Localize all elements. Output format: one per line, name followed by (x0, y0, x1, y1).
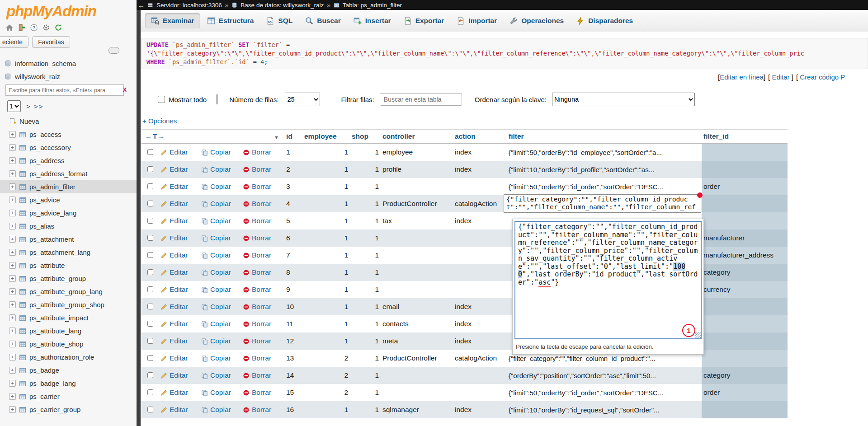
expand-icon[interactable]: + (9, 406, 16, 413)
nav-collapse-toggle[interactable] (108, 47, 119, 54)
row-copy-link[interactable]: Copiar (210, 303, 231, 310)
expand-icon[interactable]: + (9, 380, 16, 387)
sidebar-table-ps_attachment_lang[interactable]: +ps_attachment_lang (0, 246, 137, 259)
expand-icon[interactable]: + (9, 131, 16, 138)
cell-filter[interactable]: {"limit":10,"orderBy":"id_profile","sort… (507, 161, 702, 178)
sidebar-table-ps_attribute_impact[interactable]: +ps_attribute_impact (0, 311, 137, 324)
expand-icon[interactable]: + (9, 249, 16, 256)
row-copy-link[interactable]: Copiar (210, 268, 231, 276)
row-delete-link[interactable]: Borrar (252, 354, 271, 362)
row-copy-link[interactable]: Copiar (210, 354, 231, 362)
docs-icon[interactable]: ? (30, 23, 38, 32)
column-header-id[interactable]: id (284, 130, 302, 144)
row-delete-link[interactable]: Borrar (252, 148, 271, 156)
sidebar-table-ps_alias[interactable]: +ps_alias (0, 220, 137, 233)
cell-filter[interactable]: {"orderBy":"position","sortOrder":"asc",… (507, 367, 702, 384)
row-checkbox[interactable] (147, 252, 153, 258)
tree-page-select[interactable]: 1 (7, 100, 21, 112)
column-header-controller[interactable]: controller (381, 130, 453, 144)
row-delete-link[interactable]: Borrar (252, 337, 271, 345)
expand-icon[interactable]: + (9, 144, 16, 151)
row-checkbox[interactable] (147, 389, 153, 395)
sidebar-table-ps_carrier_group[interactable]: +ps_carrier_group (0, 403, 137, 416)
row-copy-link[interactable]: Copiar (210, 148, 231, 156)
row-copy-link[interactable]: Copiar (210, 217, 231, 225)
rows-count-select[interactable]: 25 (285, 93, 320, 106)
cell-filter[interactable]: {"filter_category":"","filter_column_id_… (507, 195, 702, 212)
sidebar-table-ps_attribute_group[interactable]: +ps_attribute_group (0, 272, 137, 285)
cell-filter[interactable]: {"limit":50,"orderBy":"id_employee","sor… (507, 144, 702, 161)
row-checkbox[interactable] (147, 286, 153, 292)
sidebar-table-ps_attribute_shop[interactable]: +ps_attribute_shop (0, 337, 137, 351)
recent-tab[interactable]: eciente (0, 36, 28, 48)
row-delete-link[interactable]: Borrar (252, 406, 271, 413)
column-header-shop[interactable]: shop (350, 130, 381, 144)
expand-icon[interactable]: + (9, 354, 16, 360)
tab-exportar[interactable]: Exportar (398, 13, 450, 28)
tab-examinar[interactable]: Examinar (145, 13, 200, 28)
sidebar-database-information_schema[interactable]: information_schema (0, 57, 137, 70)
row-delete-link[interactable]: Borrar (252, 389, 271, 396)
panel-divider[interactable] (137, 0, 141, 426)
expand-icon[interactable]: + (9, 170, 16, 177)
sidebar-table-ps_authorization_role[interactable]: +ps_authorization_role (0, 351, 137, 364)
sidebar-new-table[interactable]: Nueva (0, 115, 137, 128)
show-all-checkbox[interactable] (158, 96, 165, 103)
row-checkbox[interactable] (147, 149, 153, 155)
row-checkbox[interactable] (147, 218, 153, 224)
expand-icon[interactable]: + (9, 236, 16, 243)
row-edit-link[interactable]: Editar (170, 286, 188, 293)
row-checkbox[interactable] (147, 407, 153, 412)
cell-filter[interactable]: {"limit":50,"orderBy":"id_order","sortOr… (507, 178, 702, 195)
sort-key-select[interactable]: Ninguna (552, 93, 695, 106)
row-edit-link[interactable]: Editar (170, 320, 188, 328)
tab-operaciones[interactable]: Operaciones (504, 13, 570, 28)
expand-icon[interactable]: + (9, 393, 16, 400)
expand-icon[interactable]: + (9, 210, 16, 216)
breadcrumb-item[interactable]: Base de datos: willyswork_raiz (241, 2, 324, 9)
row-delete-link[interactable]: Borrar (252, 320, 271, 328)
row-checkbox[interactable] (147, 338, 153, 344)
row-copy-link[interactable]: Copiar (210, 200, 231, 207)
row-edit-link[interactable]: Editar (170, 148, 188, 156)
tab-insertar[interactable]: Insertar (348, 13, 397, 28)
row-delete-link[interactable]: Borrar (252, 200, 271, 207)
row-checkbox[interactable] (147, 183, 153, 189)
sort-caret-icon[interactable]: ▼ (274, 135, 279, 140)
row-copy-link[interactable]: Copiar (210, 286, 231, 293)
options-toggle[interactable]: + Opciones (142, 117, 868, 125)
inline-edit-textarea[interactable]: {"filter_category":"","filter_column_id_… (514, 221, 702, 339)
row-checkbox[interactable] (147, 355, 153, 361)
row-edit-link[interactable]: Editar (170, 165, 188, 173)
tab-buscar[interactable]: Buscar (299, 13, 347, 28)
sidebar-table-ps_advice[interactable]: +ps_advice (0, 193, 137, 206)
sidebar-database-willyswork_raiz[interactable]: willyswork_raiz (0, 70, 137, 83)
row-copy-link[interactable]: Copiar (210, 371, 231, 379)
row-edit-link[interactable]: Editar (170, 183, 188, 190)
breadcrumb-item[interactable]: Servidor: localhost:3306 (156, 2, 222, 9)
sidebar-table-ps_accessory[interactable]: +ps_accessory (0, 141, 137, 154)
sql-action-link[interactable]: Editar (772, 73, 789, 81)
expand-icon[interactable]: + (9, 223, 16, 229)
tab-estructura[interactable]: Estructura (201, 13, 260, 28)
tab-disparadores[interactable]: Disparadores (571, 13, 639, 28)
row-edit-link[interactable]: Editar (170, 389, 188, 396)
sidebar-table-ps_attribute_group_lang[interactable]: +ps_attribute_group_lang (0, 285, 137, 298)
sidebar-table-ps_access[interactable]: +ps_access (0, 128, 137, 141)
row-copy-link[interactable]: Copiar (210, 183, 231, 190)
logout-icon[interactable] (18, 23, 26, 32)
row-copy-link[interactable]: Copiar (210, 389, 231, 396)
row-delete-link[interactable]: Borrar (252, 268, 271, 276)
row-checkbox[interactable] (147, 201, 153, 206)
tree-filter-input[interactable] (5, 84, 124, 96)
settings-icon[interactable] (42, 23, 50, 32)
sidebar-table-ps_badge[interactable]: +ps_badge (0, 364, 137, 377)
row-edit-link[interactable]: Editar (170, 217, 188, 225)
row-delete-link[interactable]: Borrar (252, 183, 271, 190)
expand-icon[interactable]: + (9, 341, 16, 347)
tab-sql[interactable]: SQLSQL (260, 13, 298, 28)
sidebar-table-ps_attachment[interactable]: +ps_attachment (0, 233, 137, 246)
expand-icon[interactable]: + (9, 288, 16, 295)
expand-icon[interactable]: + (9, 197, 16, 203)
row-checkbox[interactable] (147, 372, 153, 378)
